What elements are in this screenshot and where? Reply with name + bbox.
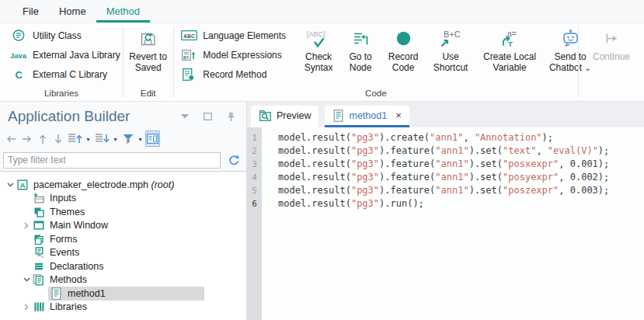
record-method-button[interactable]: Record Method — [175, 64, 291, 84]
panel-pin-button[interactable] — [224, 109, 238, 125]
moveup-list-button[interactable] — [66, 130, 83, 147]
code-line[interactable]: model.result("pg3").feature("ann1").set(… — [278, 184, 644, 197]
tree-item-methods[interactable]: Methods — [0, 273, 246, 287]
tree-item-label: Methods — [50, 274, 87, 285]
button-label: External Java Library — [33, 50, 120, 61]
show-all-toggle-button[interactable] — [145, 130, 160, 147]
button-label: Create Local Variable — [479, 52, 540, 73]
language-elements-button[interactable]: ABCLanguage Elements — [175, 26, 291, 45]
filter-button[interactable] — [120, 130, 135, 147]
filter-icon — [122, 133, 134, 144]
ribbon-group-label: Code — [173, 88, 578, 101]
movedown-list-button[interactable] — [93, 130, 110, 147]
tree-item-events[interactable]: Events — [0, 246, 246, 260]
svg-text:T: T — [508, 40, 513, 48]
code-line[interactable]: model.result("pg3").create("ann1", "Anno… — [278, 131, 644, 144]
refresh-icon — [228, 154, 240, 166]
close-tab-icon[interactable]: × — [395, 110, 402, 120]
code-line[interactable]: model.result("pg3").run(); — [278, 197, 644, 210]
code-line[interactable]: model.result("pg3").feature("ann1").set(… — [278, 171, 644, 184]
tree-item-themes[interactable]: Themes — [0, 205, 246, 219]
line-number: 6 — [247, 197, 262, 210]
themes-icon — [32, 206, 45, 218]
button-label: Model Expressions — [203, 50, 281, 61]
up-arrow-icon — [38, 133, 47, 145]
move-down-node-button[interactable] — [50, 130, 65, 147]
dropdown-chevron-icon[interactable]: ▾ — [84, 134, 92, 143]
dropdown-chevron-icon[interactable]: ▾ — [136, 134, 144, 143]
code-text: ); — [598, 145, 609, 156]
move-up-node-button[interactable] — [35, 130, 50, 147]
model-expressions-icon: a= — [179, 49, 198, 61]
ribbon-group-continue: Continue — [579, 23, 644, 101]
external-c-library-button[interactable]: CExternal C Library — [5, 64, 125, 84]
model-expressions-button[interactable]: a=Model Expressions — [175, 45, 291, 64]
revert-to-saved-button[interactable]: Revert to Saved — [125, 26, 172, 73]
move-up-icon — [67, 133, 82, 144]
preview-icon — [259, 110, 272, 122]
navigate-back-button[interactable] — [4, 130, 19, 147]
panel-float-icon — [204, 113, 212, 120]
navigate-forward-button[interactable] — [19, 130, 34, 147]
tree-item-inputs[interactable]: Inputs — [0, 192, 246, 206]
code-text: ).feature( — [379, 145, 435, 156]
editor-tab-preview[interactable]: Preview — [251, 106, 319, 127]
app-root-icon: A — [16, 179, 29, 191]
utility-class-button[interactable]: Utility Class — [5, 26, 125, 45]
check-syntax-button[interactable]: [ABC]Check Syntax — [297, 26, 340, 73]
code-text: ).feature( — [379, 172, 435, 183]
filter-row — [0, 149, 246, 171]
tree-item-label: method1 — [68, 288, 106, 299]
create-local-variable-button[interactable]: a=TCreate Local Variable — [475, 26, 544, 73]
forms-icon — [32, 233, 45, 245]
tree-collapsed-icon[interactable] — [21, 222, 32, 229]
menubar: FileHomeMethod — [0, 0, 644, 23]
record-method-icon — [179, 68, 198, 81]
editor-tab-method1[interactable]: method1× — [325, 106, 409, 127]
editor-panel: Previewmethod1× 123456 model.result("pg3… — [247, 102, 644, 320]
tree-item-pacemaker-electrode-mph[interactable]: Apacemaker_electrode.mph (root) — [0, 178, 246, 192]
code-editor[interactable]: 123456 model.result("pg3").create("ann1"… — [247, 127, 644, 320]
string-literal: "ann1" — [435, 172, 468, 183]
menu-tab-method[interactable]: Method — [96, 0, 150, 23]
tree-item-declarations[interactable]: Declarations — [0, 259, 246, 273]
panel-float-button[interactable] — [200, 109, 215, 125]
tree-expanded-icon[interactable] — [21, 277, 32, 282]
refresh-button[interactable] — [226, 152, 241, 169]
menu-tab-home[interactable]: Home — [49, 0, 96, 23]
panel-menu-button[interactable] — [177, 109, 192, 125]
ribbon-group-edit: Revert to SavedEdit — [124, 23, 173, 101]
code-text: ).create( — [379, 132, 430, 143]
record-code-icon — [393, 26, 414, 52]
java-icon: Java — [9, 50, 28, 60]
tree-expanded-icon[interactable] — [5, 183, 16, 187]
record-code-button[interactable]: Record Code — [381, 26, 426, 73]
code-line[interactable]: model.result("pg3").feature("ann1").set(… — [278, 158, 644, 171]
tree-item-label: Events — [50, 247, 79, 258]
tree-item-method1[interactable]: method1 — [0, 287, 246, 301]
tree-item-forms[interactable]: Forms — [0, 232, 246, 246]
line-number: 3 — [247, 158, 262, 171]
code-line[interactable]: model.result("pg3").feature("ann1").set(… — [278, 144, 644, 158]
selected-row-highlight: method1 — [48, 287, 204, 301]
panel-header-icons — [177, 109, 238, 125]
create-local-variable-icon: a=T — [498, 26, 521, 52]
filter-input[interactable] — [3, 152, 221, 169]
line-number-gutter: 123456 — [247, 127, 262, 320]
tree-item-main-window[interactable]: Main Window — [0, 219, 246, 233]
button-label: Record Code — [385, 52, 422, 73]
line-number: 4 — [247, 171, 262, 184]
code-text: model.result( — [278, 158, 351, 169]
code-text: ).feature( — [379, 185, 435, 196]
tree-item-libraries[interactable]: Libraries — [0, 301, 246, 315]
use-shortcut-button[interactable]: B+CUse Shortcut — [426, 26, 475, 73]
menu-tab-file[interactable]: File — [12, 0, 49, 23]
tree-collapsed-icon[interactable] — [21, 304, 32, 311]
string-literal: "ann1" — [430, 132, 463, 143]
dropdown-chevron-icon[interactable]: ▾ — [111, 134, 120, 143]
string-literal: "posyexpr" — [503, 172, 559, 183]
content-area: Application Builder ▾▾▾ Apacemaker_elect… — [0, 102, 644, 320]
external-java-library-button[interactable]: JavaExternal Java Library — [5, 45, 125, 64]
go-to-node-button[interactable]: Go to Node — [340, 26, 381, 73]
method-doc-icon — [50, 287, 63, 300]
